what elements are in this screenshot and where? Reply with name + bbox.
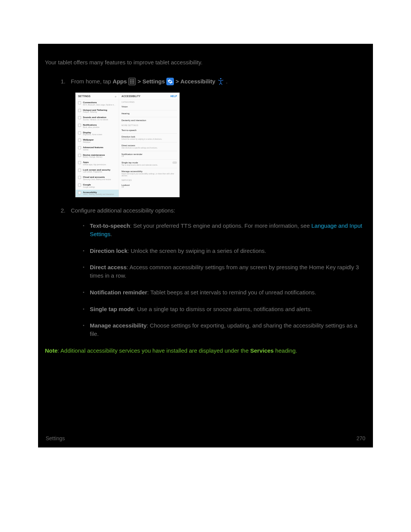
option-item: ▪Direct access: Access common accessibil… [83,263,366,280]
step-2: 2. Configure additional accessibility op… [53,206,366,215]
options-list: ▪Text-to-speech: Set your preferred TTS … [83,222,366,338]
svg-point-4 [132,81,132,82]
step-number: 1. [53,77,65,86]
ss-settings-panel: SETTINGS ⌕ ConnectionsWi-Fi, Bluetooth, … [76,93,119,197]
ss-more-item: Direct accessAdd shortcuts to specific s… [119,143,179,150]
sep: > [175,77,179,86]
ss-settings-item: ConnectionsWi-Fi, Bluetooth, Data usage,… [76,100,119,107]
ss-section-categories: CATEGORIES [119,100,179,104]
step-1: 1. From home, tap Apps > Settings > Acce… [53,77,366,86]
ss-item-sub: Sounds, Vibration, Do not disturb [83,119,108,121]
step-text: Configure additional accessibility optio… [71,206,175,215]
tablet-screenshot: SETTINGS ⌕ ConnectionsWi-Fi, Bluetooth, … [75,93,180,198]
svg-point-7 [132,83,132,83]
ss-item-sub: Wi-Fi, Bluetooth, Data usage, Airplane m… [83,104,115,106]
ss-service-item: LookoutOff [119,182,179,190]
svg-point-6 [130,83,131,83]
option-item: ▪Manage accessibility: Choose settings f… [83,321,366,338]
ss-help-link: HELP [170,94,177,98]
bullet-icon: ▪ [83,247,90,255]
option-name: Single tap mode [90,306,134,312]
ss-item-sub: Vision, Hearing, Dexterity and interacti… [83,194,114,196]
document-page: Your tablet offers many features to impr… [38,44,373,447]
ss-more-item: Single tap modeTap to stop/snooze alarms… [119,160,179,168]
ss-settings-item: Sounds and vibrationSounds, Vibration, D… [76,115,119,122]
ss-item-sub: Hotspot, Tethering [83,112,107,113]
settings-gear-icon [166,78,174,85]
services-word: Services [250,347,274,354]
step-number: 2. [53,206,65,215]
ss-settings-item: DisplayBrightness, Home screen [76,130,119,137]
ss-settings-item: Device maintenanceBattery, Storage, Memo… [76,152,119,160]
option-name: Direction lock [90,248,127,254]
ss-more-item: Manage accessibilityImport and export yo… [119,169,179,178]
bullet-icon: ▪ [83,263,90,280]
ss-category-item: Dexterity and interaction [119,118,179,123]
ss-item-sub: Google settings [83,187,95,189]
ss-item-sub: Block, allow, prioritize [83,127,99,129]
ss-item-sub: Lock screen, Fingerprints [83,171,110,173]
svg-point-9 [220,78,221,80]
ss-item-icon [78,139,81,142]
apps-label: Apps [113,77,127,86]
step-end: . [226,77,228,86]
ss-settings-item: Cloud and accountsSamsung Cloud, Backup … [76,174,119,182]
ss-settings-item: Hotspot and TetheringHotspot, Tethering [76,107,119,115]
ss-item-icon [78,109,81,112]
ss-item-sub: Battery, Storage, Memory [83,157,105,158]
ss-item-sub: Wallpaper [83,142,94,144]
settings-label: Settings [142,77,165,86]
toggle-icon [172,161,177,164]
option-name: Notification reminder [90,289,147,296]
ss-category-item: Vision [119,104,179,110]
accessibility-label: Accessibility [180,77,215,86]
intro-text: Your tablet offers many features to impr… [45,58,366,67]
option-name: Text-to-speech [90,222,130,229]
ss-accessibility-panel: ACCESSIBILITY HELP CATEGORIES VisionHear… [119,93,179,197]
ss-settings-header: SETTINGS [78,94,91,98]
ss-item-icon [78,116,81,119]
option-item: ▪Direction lock: Unlock the screen by sw… [83,247,366,255]
ss-item-sub: Default apps, App permissions [83,164,106,166]
svg-point-0 [130,80,131,80]
ss-item-sub: Games [83,149,104,151]
option-item: ▪Text-to-speech: Set your preferred TTS … [83,222,366,238]
ss-item-icon [78,191,81,194]
ss-settings-item: Advanced featuresGames [76,145,119,152]
ss-item-icon [78,169,81,172]
bullet-icon: ▪ [83,321,90,338]
ss-section-services: SERVICES [119,178,179,182]
ss-item-icon [78,184,81,187]
svg-point-3 [130,81,131,82]
ss-settings-item: Lock screen and securityLock screen, Fin… [76,167,119,175]
ss-item-sub: Brightness, Home screen [83,134,102,136]
svg-point-2 [133,80,134,80]
accessibility-person-icon [217,77,225,86]
ss-section-more: MORE SETTINGS [119,123,179,127]
option-name: Direct access [90,264,127,270]
ss-category-item: Hearing [119,111,179,117]
ss-settings-item: AccessibilityVision, Hearing, Dexterity … [76,190,119,197]
ss-settings-item: NotificationsBlock, allow, prioritize [76,122,119,130]
ss-item-icon [78,101,81,104]
sep: > [137,77,141,86]
ss-item-icon [78,176,81,179]
step-text: From home, tap [71,77,111,86]
ss-item-icon [78,124,81,127]
ss-settings-item: GoogleGoogle settings [76,182,119,190]
option-item: ▪Single tap mode: Use a single tap to di… [83,305,366,313]
ss-item-icon [78,146,81,149]
note-label: Note [45,347,57,354]
ss-more-item: Text-to-speech [119,128,179,133]
svg-point-1 [132,80,132,80]
svg-point-5 [133,81,134,82]
ss-item-icon [78,131,81,134]
search-icon: ⌕ [115,94,116,98]
bullet-icon: ▪ [83,288,90,297]
page-footer: Settings 270 [46,435,365,442]
note-text: Note: Additional accessibility services … [45,347,366,355]
apps-icon [128,78,136,85]
footer-section: Settings [46,435,65,442]
ss-accessibility-header: ACCESSIBILITY [121,94,140,98]
svg-point-8 [133,83,134,83]
